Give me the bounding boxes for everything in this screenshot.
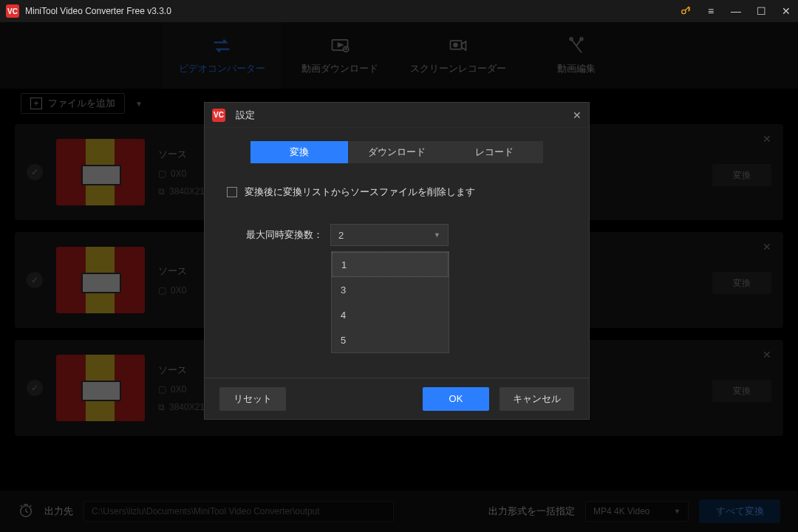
dialog-tabs: 変換 ダウンロード レコード bbox=[250, 141, 543, 163]
chevron-down-icon: ▼ bbox=[434, 231, 440, 239]
dialog-titlebar: VC 設定 ✕ bbox=[205, 103, 589, 128]
app-icon: VC bbox=[212, 109, 225, 122]
menu-icon[interactable]: ≡ bbox=[705, 5, 717, 17]
dropdown-option[interactable]: 5 bbox=[332, 327, 449, 352]
svg-point-0 bbox=[682, 10, 686, 13]
dropdown-option[interactable]: 4 bbox=[332, 302, 449, 327]
max-concurrent-label: 最大同時変換数： bbox=[246, 228, 323, 242]
minimize-button[interactable]: — bbox=[730, 5, 742, 17]
max-concurrent-select[interactable]: 2 ▼ 1 3 4 5 bbox=[330, 224, 449, 246]
maximize-button[interactable]: ☐ bbox=[755, 5, 767, 17]
delete-source-checkbox[interactable] bbox=[227, 187, 237, 197]
app-icon: VC bbox=[6, 4, 19, 18]
reset-button[interactable]: リセット bbox=[219, 387, 286, 411]
dialog-title: 設定 bbox=[236, 109, 573, 122]
settings-dialog: VC 設定 ✕ 変換 ダウンロード レコード 変換後に変換リストからソースファイ… bbox=[204, 102, 590, 420]
dialog-tab-record[interactable]: レコード bbox=[446, 141, 543, 163]
dialog-tab-download[interactable]: ダウンロード bbox=[348, 141, 446, 163]
upgrade-key-icon[interactable] bbox=[680, 4, 692, 18]
cancel-button[interactable]: キャンセル bbox=[499, 387, 574, 411]
ok-button[interactable]: OK bbox=[423, 387, 489, 411]
close-button[interactable]: ✕ bbox=[780, 5, 792, 17]
dropdown-list: 1 3 4 5 bbox=[331, 251, 449, 353]
dropdown-option[interactable]: 3 bbox=[332, 277, 449, 302]
titlebar: VC MiniTool Video Converter Free v3.3.0 … bbox=[0, 0, 798, 22]
dropdown-option[interactable]: 1 bbox=[332, 252, 449, 277]
app-title: MiniTool Video Converter Free v3.3.0 bbox=[25, 6, 680, 16]
dialog-close-button[interactable]: ✕ bbox=[573, 109, 582, 121]
select-value: 2 bbox=[338, 230, 344, 241]
delete-source-label: 変換後に変換リストからソースファイルを削除します bbox=[245, 185, 475, 199]
dialog-tab-convert[interactable]: 変換 bbox=[250, 141, 348, 163]
